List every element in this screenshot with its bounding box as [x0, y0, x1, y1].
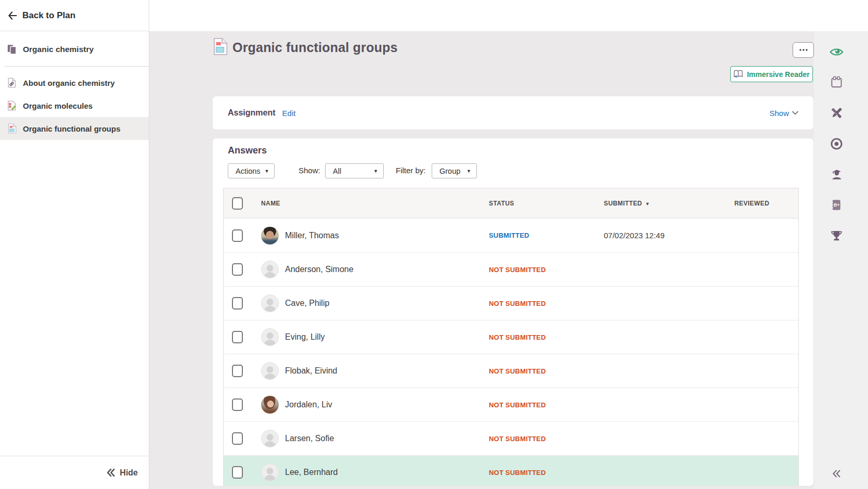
row-checkbox[interactable]	[232, 365, 243, 377]
column-header-submitted-label: SUBMITTED	[604, 200, 642, 207]
assignment-page-icon	[7, 123, 17, 134]
page-title: Organic functional groups	[232, 40, 398, 55]
sidebar-item-course[interactable]: Organic chemistry	[0, 38, 149, 61]
assignment-edit-link[interactable]: Edit	[282, 109, 296, 118]
row-checkbox[interactable]	[232, 229, 243, 242]
top-strip	[149, 0, 868, 31]
sidebar-item-organic-functional-groups[interactable]: Organic functional groups	[0, 117, 149, 140]
sidebar-course-label: Organic chemistry	[23, 45, 94, 54]
student-name: Flobak, Eivind	[285, 366, 338, 376]
group-filter-dropdown[interactable]: Group ▼	[432, 163, 477, 178]
immersive-reader-button[interactable]: Immersive Reader	[730, 66, 813, 82]
student-name: Miller, Thomas	[285, 231, 339, 240]
table-row: Flobak, Eivind NOT SUBMITTED	[224, 354, 798, 388]
answers-title: Answers	[228, 145, 267, 156]
back-arrow-icon	[7, 10, 18, 21]
sidebar-item-about-organic-chemistry[interactable]: About organic chemistry	[0, 71, 149, 94]
row-checkbox[interactable]	[232, 466, 243, 479]
student-name: Larsen, Sofie	[285, 434, 334, 443]
avatar	[261, 430, 279, 447]
show-filter-value: All	[333, 167, 341, 175]
avatar	[261, 396, 279, 414]
table-row: Larsen, Sofie NOT SUBMITTED	[224, 421, 798, 455]
assignment-panel: Assignment Edit Show	[212, 96, 814, 130]
dropdown-caret-icon: ▼	[373, 169, 378, 174]
collapse-chevrons-icon	[106, 468, 115, 477]
table-row: Miller, Thomas SUBMITTED 07/02/2023 12:4…	[224, 218, 798, 252]
student-name: Cave, Philip	[285, 299, 329, 308]
submitted-timestamp: 07/02/2023 12:49	[604, 231, 734, 240]
row-checkbox[interactable]	[232, 398, 243, 411]
status-badge: NOT SUBMITTED	[489, 469, 604, 477]
select-all-checkbox[interactable]	[232, 197, 243, 210]
back-to-plan-label: Back to Plan	[22, 10, 75, 21]
dropdown-caret-icon: ▼	[265, 169, 269, 174]
graduate-icon[interactable]	[829, 167, 844, 182]
column-header-name: NAME	[247, 200, 489, 207]
row-checkbox[interactable]	[232, 263, 243, 276]
student-name: Anderson, Simone	[285, 265, 354, 274]
avatar	[261, 328, 279, 346]
answers-table-header: NAME STATUS SUBMITTED▼ REVIEWED	[224, 188, 798, 218]
sidebar-item-label: Organic functional groups	[23, 124, 121, 133]
answers-table: NAME STATUS SUBMITTED▼ REVIEWED Miller, …	[223, 188, 799, 486]
immersive-reader-label: Immersive Reader	[747, 70, 810, 79]
assignment-page-icon	[212, 37, 228, 58]
student-name: Eving, Lilly	[285, 332, 325, 342]
status-badge: NOT SUBMITTED	[489, 401, 604, 409]
avatar	[261, 464, 279, 481]
answers-table-body: Miller, Thomas SUBMITTED 07/02/2023 12:4…	[224, 218, 798, 486]
course-sidebar: Back to Plan Organic chemistry	[0, 0, 149, 489]
collapse-toolbar-button[interactable]	[829, 466, 844, 481]
table-row: Eving, Lilly NOT SUBMITTED	[224, 320, 798, 354]
more-options-button[interactable]	[793, 42, 814, 58]
status-badge: NOT SUBMITTED	[489, 300, 604, 307]
group-filter-label: Filter by:	[396, 166, 426, 175]
chevron-down-icon	[792, 111, 798, 115]
status-badge[interactable]: SUBMITTED	[489, 231, 604, 239]
right-toolbar: B+	[814, 31, 868, 489]
sort-desc-icon: ▼	[645, 201, 650, 207]
avatar	[261, 227, 279, 244]
student-name: Jordalen, Liv	[285, 400, 332, 409]
eye-icon[interactable]	[829, 45, 844, 59]
trophy-icon[interactable]	[829, 228, 844, 243]
status-badge: NOT SUBMITTED	[489, 333, 604, 341]
avatar	[261, 362, 279, 380]
assignment-show-toggle[interactable]: Show	[769, 109, 798, 118]
gradebook-icon[interactable]: B+	[829, 198, 844, 212]
target-icon[interactable]	[829, 136, 844, 151]
column-header-submitted[interactable]: SUBMITTED▼	[604, 200, 734, 207]
sidebar-item-organic-molecules[interactable]: Organic molecules	[0, 94, 149, 117]
status-badge: NOT SUBMITTED	[489, 367, 604, 375]
column-header-reviewed: REVIEWED	[734, 200, 798, 207]
hide-label: Hide	[120, 468, 138, 478]
table-row: Cave, Philip NOT SUBMITTED	[224, 286, 798, 320]
immersive-reader-icon	[733, 70, 743, 79]
actions-dropdown[interactable]: Actions ▼	[228, 163, 275, 178]
table-row: Jordalen, Liv NOT SUBMITTED	[224, 388, 798, 421]
svg-text:B+: B+	[834, 202, 839, 208]
itslearning-assignment-screen: Back to Plan Organic chemistry	[0, 0, 868, 489]
actions-dropdown-label: Actions	[236, 167, 261, 175]
sidebar-item-label: About organic chemistry	[23, 79, 115, 87]
avatar	[261, 294, 279, 312]
test-page-icon	[7, 100, 17, 111]
assignment-show-label: Show	[769, 109, 789, 118]
avatar	[261, 261, 279, 278]
sidebar-nav: About organic chemistry Organic molecule…	[0, 71, 149, 140]
show-filter-label: Show:	[299, 166, 320, 175]
course-planner-icon	[7, 44, 17, 55]
back-to-plan-link[interactable]: Back to Plan	[0, 0, 149, 31]
row-checkbox[interactable]	[232, 432, 243, 445]
hide-sidebar-button[interactable]: Hide	[0, 456, 149, 489]
page-link-icon	[7, 78, 17, 88]
show-filter-dropdown[interactable]: All ▼	[325, 163, 384, 178]
calendar-icon[interactable]	[829, 75, 844, 89]
row-checkbox[interactable]	[232, 297, 243, 310]
sidebar-item-label: Organic molecules	[23, 101, 93, 110]
row-checkbox[interactable]	[232, 331, 243, 343]
planning-tools-icon[interactable]	[829, 106, 844, 120]
status-badge: NOT SUBMITTED	[489, 435, 604, 443]
assignment-panel-title: Assignment	[228, 108, 276, 118]
